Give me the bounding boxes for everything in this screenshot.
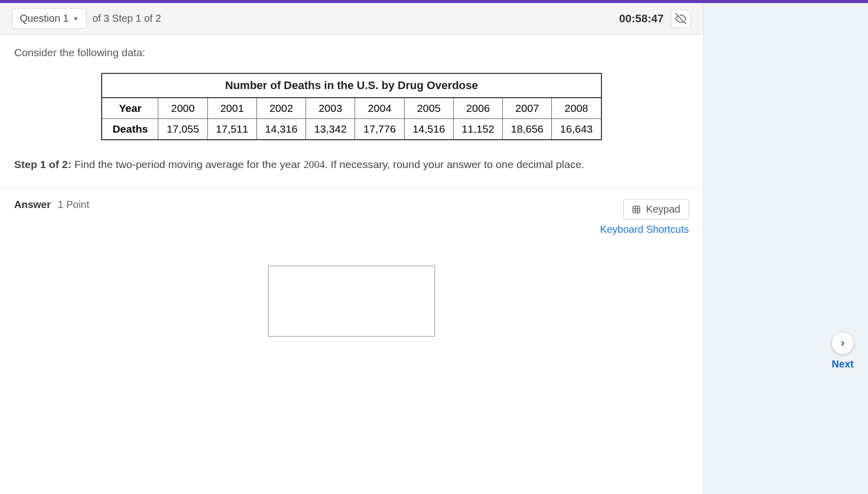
next-button-label: Next — [832, 358, 854, 370]
question-body: Consider the following data: Number of D… — [0, 34, 703, 188]
answer-header: Answer 1 Point Keypad Keybo — [14, 199, 689, 235]
table-cell: 2007 — [503, 98, 552, 119]
table-row-header: Deaths — [102, 119, 158, 140]
table-cell: 17,776 — [355, 119, 404, 140]
caret-down-icon: ▼ — [73, 15, 79, 22]
table-cell: 2008 — [552, 98, 601, 119]
step-progress-text: of 3 Step 1 of 2 — [93, 13, 161, 24]
table-cell: 2003 — [306, 98, 355, 119]
page-wrap: Question 1 ▼ of 3 Step 1 of 2 00:58:47 C… — [0, 3, 868, 494]
step-text-2: . If necessary, round your answer to one… — [325, 158, 584, 170]
step-text-1: Find the two-period moving average for t… — [71, 158, 303, 170]
keypad-button-label: Keypad — [646, 203, 680, 215]
side-column: › Next — [703, 3, 868, 494]
answer-input[interactable] — [268, 266, 435, 337]
table-cell: 2001 — [207, 98, 256, 119]
answer-input-wrap — [14, 266, 689, 337]
answer-label: Answer — [14, 199, 51, 211]
table-row: Deaths17,05517,51114,31613,34217,77614,5… — [102, 119, 601, 140]
answer-header-left: Answer 1 Point — [14, 199, 90, 211]
table-cell: 17,511 — [207, 119, 256, 140]
question-selector-label: Question 1 — [20, 13, 69, 24]
step-instruction: Step 1 of 2: Find the two-period moving … — [14, 158, 689, 171]
keypad-button[interactable]: Keypad — [623, 199, 689, 220]
step-label: Step 1 of 2: — [14, 158, 71, 170]
table-cell: 17,055 — [158, 119, 207, 140]
toggle-visibility-button[interactable] — [671, 10, 691, 28]
step-year: 2004 — [303, 158, 325, 171]
question-intro-text: Consider the following data: — [14, 47, 689, 59]
table-cell: 11,152 — [453, 119, 502, 140]
table-cell: 18,656 — [503, 119, 552, 140]
table-cell: 2000 — [158, 98, 207, 119]
main-column: Question 1 ▼ of 3 Step 1 of 2 00:58:47 C… — [0, 3, 703, 494]
table-cell: 2006 — [453, 98, 502, 119]
table-cell: 16,643 — [552, 119, 601, 140]
chevron-right-icon: › — [832, 332, 854, 354]
keypad-icon — [632, 205, 641, 214]
eye-off-icon — [675, 13, 686, 24]
answer-header-right: Keypad Keyboard Shortcuts — [600, 199, 689, 235]
table-cell: 14,516 — [404, 119, 453, 140]
table-cell: 2005 — [404, 98, 453, 119]
timer-display: 00:58:47 — [619, 12, 664, 25]
header-right: 00:58:47 — [619, 10, 691, 28]
table-cell: 14,316 — [256, 119, 306, 140]
answer-section: Answer 1 Point Keypad Keybo — [0, 188, 703, 494]
table-row: Year200020012002200320042005200620072008 — [102, 98, 601, 119]
keyboard-shortcuts-link[interactable]: Keyboard Shortcuts — [600, 224, 689, 235]
table-title: Number of Deaths in the U.S. by Drug Ove… — [101, 73, 601, 97]
table-cell: 2002 — [256, 98, 306, 119]
header-left: Question 1 ▼ of 3 Step 1 of 2 — [12, 8, 161, 29]
table-cell: 2004 — [355, 98, 404, 119]
points-label: 1 Point — [58, 199, 89, 211]
question-selector-dropdown[interactable]: Question 1 ▼ — [12, 8, 86, 29]
next-button[interactable]: › Next — [832, 332, 854, 370]
table-cell: 13,342 — [306, 119, 355, 140]
question-header-bar: Question 1 ▼ of 3 Step 1 of 2 00:58:47 — [0, 3, 703, 34]
data-table: Number of Deaths in the U.S. by Drug Ove… — [101, 73, 601, 140]
table-row-header: Year — [102, 98, 158, 119]
svg-rect-1 — [633, 206, 640, 213]
